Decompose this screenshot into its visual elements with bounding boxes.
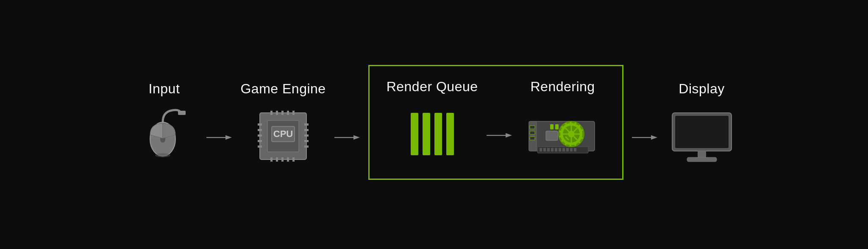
- svg-rect-63: [530, 137, 535, 140]
- svg-rect-30: [304, 140, 309, 142]
- game-engine-label: Game Engine: [240, 81, 326, 97]
- green-highlight-box: Render Queue Rendering: [368, 65, 623, 180]
- queue-bar-2: [423, 113, 430, 155]
- stage-input: Input: [130, 81, 198, 168]
- svg-marker-35: [506, 133, 512, 137]
- svg-rect-15: [287, 111, 289, 115]
- svg-rect-62: [530, 131, 535, 134]
- svg-rect-45: [562, 148, 565, 151]
- svg-rect-46: [566, 148, 569, 151]
- svg-point-5: [155, 153, 170, 157]
- svg-rect-27: [304, 123, 309, 126]
- arrow-inner: [478, 129, 520, 142]
- svg-rect-24: [258, 134, 262, 137]
- monitor-icon: [670, 104, 734, 168]
- rendering-label: Rendering: [530, 79, 595, 95]
- svg-rect-25: [258, 140, 262, 142]
- render-queue-label: Render Queue: [387, 79, 478, 95]
- stage-game-engine: Game Engine CPU: [240, 81, 326, 168]
- cpu-icon: CPU: [256, 104, 311, 168]
- mouse-icon: [141, 104, 187, 168]
- pipeline-diagram: Input: [0, 69, 868, 180]
- svg-rect-22: [258, 123, 262, 126]
- svg-rect-48: [574, 148, 576, 151]
- svg-rect-28: [304, 129, 309, 131]
- svg-rect-42: [551, 148, 554, 151]
- svg-rect-70: [675, 116, 729, 148]
- queue-bar-3: [434, 113, 442, 155]
- svg-rect-65: [555, 124, 559, 129]
- stage-display: Display: [666, 81, 738, 168]
- svg-rect-47: [570, 148, 573, 151]
- svg-rect-17: [270, 157, 273, 162]
- svg-rect-31: [304, 145, 309, 148]
- stage-render-queue: Render Queue: [387, 79, 478, 166]
- svg-rect-19: [281, 157, 284, 162]
- arrow-1: [198, 131, 240, 144]
- svg-rect-41: [547, 148, 550, 151]
- svg-marker-68: [651, 135, 657, 140]
- svg-rect-16: [292, 111, 295, 115]
- arrow-3: [623, 131, 666, 144]
- svg-marker-7: [225, 135, 232, 140]
- svg-rect-66: [546, 131, 558, 140]
- svg-rect-43: [555, 148, 557, 151]
- svg-rect-61: [530, 126, 535, 129]
- display-label: Display: [679, 81, 724, 97]
- render-queue-icon: [411, 102, 454, 166]
- gpu-icon: [525, 102, 601, 166]
- svg-rect-12: [270, 111, 273, 115]
- svg-rect-23: [258, 129, 262, 131]
- svg-rect-21: [292, 157, 295, 162]
- stage-rendering: Rendering: [520, 79, 605, 166]
- arrow-2: [326, 131, 368, 144]
- svg-rect-44: [559, 148, 561, 151]
- input-label: Input: [149, 81, 180, 97]
- svg-rect-40: [543, 148, 546, 151]
- svg-rect-13: [276, 111, 278, 115]
- svg-rect-14: [281, 111, 284, 115]
- queue-bar-4: [446, 113, 454, 155]
- svg-rect-29: [304, 134, 309, 137]
- svg-point-51: [568, 131, 575, 137]
- svg-rect-39: [540, 148, 542, 151]
- svg-rect-72: [687, 157, 717, 162]
- svg-text:CPU: CPU: [273, 129, 293, 139]
- svg-rect-3: [178, 111, 186, 115]
- svg-marker-33: [353, 135, 360, 140]
- svg-rect-26: [258, 145, 262, 148]
- svg-rect-20: [287, 157, 289, 162]
- svg-rect-18: [276, 157, 278, 162]
- svg-rect-64: [550, 124, 554, 129]
- queue-bar-1: [411, 113, 418, 155]
